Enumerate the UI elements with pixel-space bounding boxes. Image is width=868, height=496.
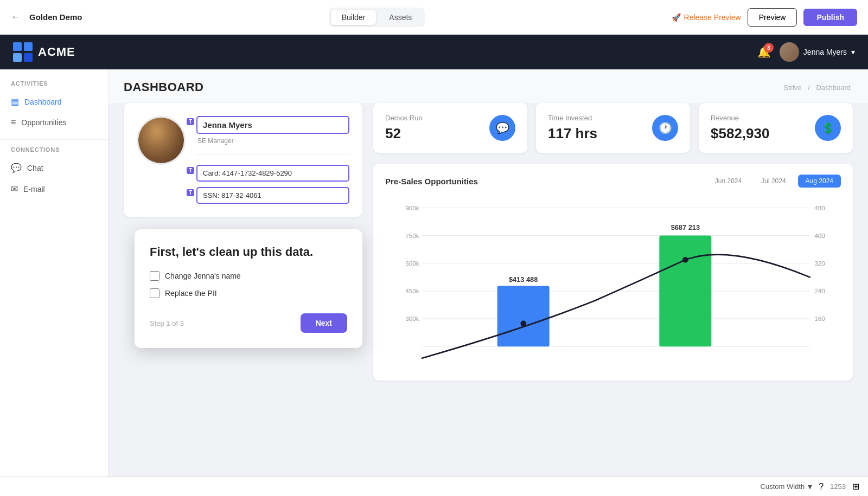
svg-text:240: 240 (814, 287, 825, 294)
right-column: Demos Run 52 💬 Time Invested 117 hrs 🕐 (373, 103, 853, 381)
stat-value-time: 117 hrs (548, 125, 597, 142)
app-logo: ACME (13, 42, 75, 62)
dashboard-icon: ▤ (11, 96, 19, 107)
notification-badge: 3 (764, 43, 774, 53)
sidebar-item-opportunities[interactable]: ≡ Opportunities (0, 112, 108, 133)
chat-icon: 💬 (11, 163, 22, 173)
sidebar-divider (0, 139, 108, 140)
preview-button[interactable]: Preview (748, 8, 797, 27)
stat-icon-time: 🕐 (652, 115, 678, 141)
user-info[interactable]: Jenna Myers ▾ (780, 42, 855, 62)
profile-fields: T SE Manager T T (196, 116, 349, 204)
svg-text:$413 488: $413 488 (509, 275, 538, 284)
user-name: Jenna Myers (803, 48, 847, 56)
avatar-image (780, 42, 799, 62)
svg-text:600k: 600k (405, 260, 419, 267)
chart-title: Pre-Sales Opportunities (385, 177, 478, 186)
app-header: ACME 🔔 3 Jenna Myers ▾ (0, 35, 868, 69)
sidebar-item-label-opportunities: Opportunities (21, 118, 66, 127)
toolbar-left: ← Golden Demo (11, 11, 82, 23)
chart-card: Pre-Sales Opportunities Jun 2024 Jul 202… (373, 164, 853, 381)
stat-info-revenue: Revenue $582,930 (711, 114, 769, 142)
page-title: DASHBOARD (124, 80, 204, 94)
logo-icon (13, 42, 33, 62)
sidebar-item-chat[interactable]: 💬 Chat (0, 157, 108, 178)
tab-builder[interactable]: Builder (331, 10, 376, 25)
chart-tab-jun[interactable]: Jun 2024 (707, 175, 749, 188)
name-input[interactable] (196, 116, 349, 134)
avatar (780, 42, 799, 62)
sidebar: ACTIVITIES ▤ Dashboard ≡ Opportunities C… (0, 69, 108, 476)
stat-value-revenue: $582,930 (711, 125, 769, 142)
page-header: DASHBOARD Strive / Dashboard (108, 69, 868, 103)
stats-grid: Demos Run 52 💬 Time Invested 117 hrs 🕐 (373, 103, 853, 153)
check-pii-label: Replace the PII (165, 289, 217, 298)
tab-assets[interactable]: Assets (378, 10, 423, 25)
stat-card-time: Time Invested 117 hrs 🕐 (536, 103, 690, 153)
chart-area: 900k 750k 600k 450k 300k 480 400 320 240… (385, 196, 841, 370)
wizard-step: Step 1 of 3 (150, 319, 184, 327)
app-title: Golden Demo (29, 12, 82, 22)
stat-icon-demos: 💬 (489, 115, 515, 141)
svg-text:320: 320 (814, 260, 825, 267)
card-input[interactable] (196, 165, 349, 182)
stat-label-revenue: Revenue (711, 114, 769, 122)
stat-label-demos: Demos Run (385, 114, 423, 122)
release-preview-button[interactable]: 🚀 Release Preview (672, 13, 741, 22)
check-name-input[interactable] (150, 271, 159, 281)
bar-2 (659, 236, 711, 347)
left-column: T SE Manager T T (124, 103, 362, 381)
ssn-t-label: T (187, 189, 194, 196)
content-area: T SE Manager T T (108, 103, 868, 391)
profile-avatar-image (138, 118, 184, 163)
header-right: 🔔 3 Jenna Myers ▾ (757, 42, 855, 62)
svg-text:900k: 900k (405, 204, 419, 211)
svg-text:300k: 300k (405, 315, 419, 322)
svg-rect-3 (24, 53, 33, 62)
main-content: DASHBOARD Strive / Dashboard (108, 69, 868, 476)
wizard-check-name[interactable]: Change Jenna's name (150, 271, 347, 281)
wizard-next-button[interactable]: Next (301, 313, 347, 333)
wizard-checks: Change Jenna's name Replace the PII (150, 271, 347, 298)
name-field-wrapper: T (196, 116, 349, 134)
stat-info-time: Time Invested 117 hrs (548, 114, 597, 142)
toolbar-right: 🚀 Release Preview Preview Publish (672, 8, 857, 27)
card-t-label: T (187, 167, 194, 174)
curve-dot-2 (682, 257, 688, 263)
chart-header: Pre-Sales Opportunities Jun 2024 Jul 202… (385, 175, 841, 188)
toolbar-tabs: Builder Assets (329, 8, 425, 27)
logo-text: ACME (38, 45, 75, 59)
notification-bell[interactable]: 🔔 3 (757, 46, 771, 59)
bar-1 (497, 286, 550, 346)
back-button[interactable]: ← (11, 11, 21, 23)
sidebar-item-label-chat: Chat (27, 164, 43, 172)
stat-value-demos: 52 (385, 125, 423, 142)
main-layout: ACTIVITIES ▤ Dashboard ≡ Opportunities C… (0, 69, 868, 476)
chart-tab-jul[interactable]: Jul 2024 (754, 175, 793, 188)
chart-svg: 900k 750k 600k 450k 300k 480 400 320 240… (385, 196, 841, 370)
svg-text:450k: 450k (405, 287, 419, 294)
profile-card-inner: T SE Manager T T (137, 116, 349, 204)
wizard-footer: Step 1 of 3 Next (150, 313, 347, 333)
breadcrumb-dashboard: Dashboard (816, 83, 851, 92)
chevron-down-icon: ▾ (851, 48, 855, 56)
ssn-input[interactable] (196, 187, 349, 204)
svg-rect-0 (13, 42, 22, 51)
toolbar: ← Golden Demo Builder Assets 🚀 Release P… (0, 0, 868, 35)
check-pii-input[interactable] (150, 288, 159, 298)
connections-label: CONNECTIONS (0, 146, 108, 157)
breadcrumb-separator: / (808, 83, 812, 92)
curve-dot-1 (520, 320, 526, 326)
name-t-label: T (187, 118, 194, 125)
sidebar-item-email[interactable]: ✉ E-mail (0, 178, 108, 199)
breadcrumb: Strive / Dashboard (781, 83, 853, 92)
chart-tabs: Jun 2024 Jul 2024 Aug 2024 (707, 175, 841, 188)
sidebar-item-dashboard[interactable]: ▤ Dashboard (0, 91, 108, 112)
svg-text:400: 400 (814, 232, 825, 239)
profile-card: T SE Manager T T (124, 103, 362, 217)
wizard-check-pii[interactable]: Replace the PII (150, 288, 347, 298)
stat-label-time: Time Invested (548, 114, 597, 122)
svg-rect-2 (13, 53, 22, 62)
publish-button[interactable]: Publish (803, 9, 857, 26)
chart-tab-aug[interactable]: Aug 2024 (798, 175, 841, 188)
